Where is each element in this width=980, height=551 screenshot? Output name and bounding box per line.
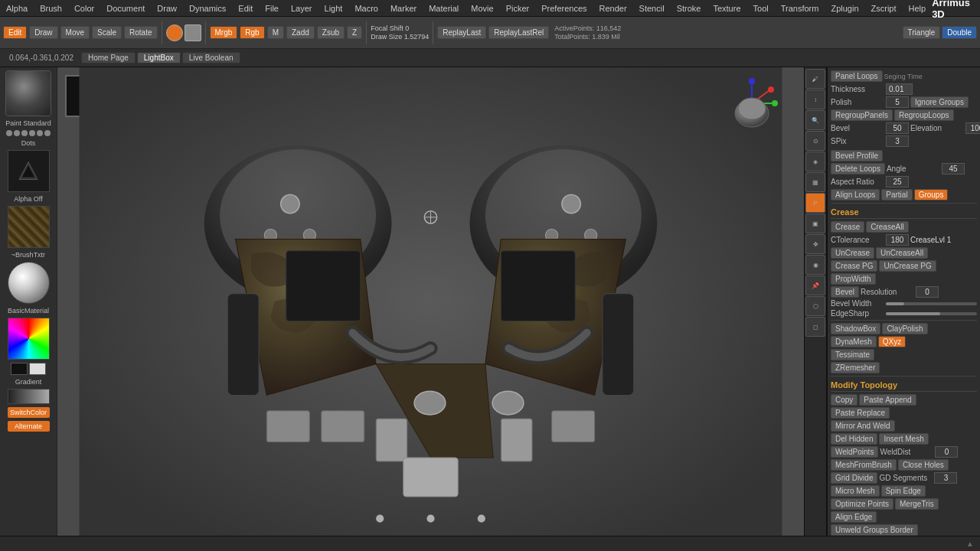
grid-divide-btn[interactable]: Grid Divide xyxy=(831,472,877,484)
shadowbox-btn[interactable]: ShadowBox xyxy=(831,323,880,334)
ctolerance-value[interactable]: 180 xyxy=(886,234,909,246)
icon-zoom[interactable]: 🔍 xyxy=(805,110,825,130)
menu-light[interactable]: Light xyxy=(318,2,349,15)
crease-btn[interactable]: Crease xyxy=(831,221,864,233)
nav-lightbox-btn[interactable]: LightBox xyxy=(137,52,181,64)
aspect-value[interactable]: 25 xyxy=(886,176,909,187)
uncrease-pg-btn[interactable]: UnCrease PG xyxy=(879,260,936,272)
menu-movie[interactable]: Movie xyxy=(465,2,499,15)
ignore-groups-btn[interactable]: Ignore Groups xyxy=(910,96,969,108)
icon-solidd[interactable]: ◉ xyxy=(805,255,825,275)
toolbar-zadd-btn[interactable]: Zadd xyxy=(286,26,315,39)
mirror-weld-btn[interactable]: Mirror And Weld xyxy=(831,420,895,432)
menu-edit[interactable]: Edit xyxy=(232,2,259,15)
close-holes-btn[interactable]: Close Holes xyxy=(898,459,949,471)
menu-zplugin[interactable]: Zplugin xyxy=(825,2,864,15)
toolbar-scale-btn[interactable]: Scale xyxy=(92,26,122,39)
toolbar-rotate-btn[interactable]: Rotate xyxy=(124,26,157,39)
bevel-profile-btn[interactable]: Bevel Profile xyxy=(831,150,883,161)
alternate-btn[interactable]: Alternate xyxy=(8,421,50,432)
switch-color-btn[interactable]: SwitchColor xyxy=(8,407,50,418)
toolbar-m-btn[interactable]: M xyxy=(267,26,284,39)
toolbar-triangle-btn[interactable]: Triangle xyxy=(903,26,941,39)
material-preview[interactable] xyxy=(8,262,50,304)
icon-aadjust[interactable]: ◈ xyxy=(805,152,825,171)
color-picker[interactable] xyxy=(8,318,50,360)
uncrease-all-btn[interactable]: UnCreaseAll xyxy=(876,247,928,259)
menu-draw[interactable]: Draw xyxy=(151,2,183,15)
menu-render[interactable]: Render xyxy=(593,2,633,15)
icon-scroll[interactable]: ↕ xyxy=(805,90,825,109)
toolbar-rgb-btn[interactable]: Rgb xyxy=(240,26,264,39)
menu-brush[interactable]: Brush xyxy=(34,2,68,15)
prop-width-btn[interactable]: PropWidth xyxy=(831,273,876,285)
menu-layer[interactable]: Layer xyxy=(285,2,318,15)
tessimate-btn[interactable]: Tessimate xyxy=(831,349,874,360)
menu-help[interactable]: Help xyxy=(903,2,933,15)
dots-preview[interactable] xyxy=(6,130,51,136)
viewport-gizmo[interactable] xyxy=(724,75,781,132)
thickness-input[interactable] xyxy=(886,83,913,95)
toolbar-brush-icon[interactable] xyxy=(166,24,183,41)
swatch-dark[interactable] xyxy=(11,363,28,375)
nav-live-boolean-btn[interactable]: Live Boolean xyxy=(182,52,240,64)
unweld-groups-border-btn[interactable]: Unweld Groups Border xyxy=(831,524,918,536)
toolbar-select-icon[interactable] xyxy=(185,24,201,41)
icon-persp[interactable]: P xyxy=(805,193,825,213)
edge-sharp-slider[interactable] xyxy=(886,312,977,315)
toolbar-double-btn[interactable]: Double xyxy=(942,26,977,39)
micro-mesh-btn[interactable]: Micro Mesh xyxy=(831,485,880,497)
regroup-loops-btn[interactable]: RegroupLoops xyxy=(894,109,954,121)
menu-texture[interactable]: Texture xyxy=(707,2,746,15)
weld-points-btn[interactable]: WeldPoints xyxy=(831,446,878,458)
toolbar-replay-rel-btn[interactable]: ReplayLastRel xyxy=(488,26,549,39)
clay-polish-btn[interactable]: ClayPolish xyxy=(882,323,927,334)
optimize-points-btn[interactable]: Optimize Points xyxy=(831,498,893,510)
mesh-from-brush-btn[interactable]: MeshFromBrush xyxy=(831,459,897,471)
bevel-width-slider[interactable] xyxy=(886,302,977,305)
toolbar-mrgb-btn[interactable]: Mrgb xyxy=(210,26,238,39)
groups-btn[interactable]: Groups xyxy=(914,189,949,201)
paste-replace-btn[interactable]: Paste Replace xyxy=(831,407,890,419)
angle-value[interactable]: 45 xyxy=(942,163,965,174)
merge-tris-btn[interactable]: MergeTris xyxy=(895,498,939,510)
spix-value[interactable]: 3 xyxy=(886,135,909,147)
menu-marker[interactable]: Marker xyxy=(384,2,423,15)
menu-stencil[interactable]: Stencil xyxy=(633,2,671,15)
menu-picker[interactable]: Picker xyxy=(500,2,536,15)
menu-stroke[interactable]: Stroke xyxy=(671,2,707,15)
menu-material[interactable]: Material xyxy=(423,2,465,15)
icon-frame[interactable]: ▣ xyxy=(805,214,825,233)
toolbar-move-btn[interactable]: Move xyxy=(60,26,90,39)
panel-loops-btn[interactable]: Panel Loops xyxy=(831,70,883,82)
dynamesh-btn[interactable]: DynaMesh xyxy=(831,336,877,347)
swatch-light[interactable] xyxy=(29,363,46,375)
menu-macro[interactable]: Macro xyxy=(348,2,384,15)
gradient-preview[interactable] xyxy=(8,389,50,404)
menu-tool[interactable]: Tool xyxy=(747,2,775,15)
menu-document[interactable]: Document xyxy=(100,2,151,15)
gd-segments-value[interactable]: 3 xyxy=(934,472,957,484)
align-edge-btn[interactable]: Align Edge xyxy=(831,511,877,523)
toolbar-z-btn[interactable]: Z xyxy=(347,26,362,39)
menu-alpha[interactable]: Alpha xyxy=(0,2,34,15)
align-loops-btn[interactable]: Align Loops xyxy=(831,189,880,201)
spin-edge-btn[interactable]: Spin Edge xyxy=(881,485,926,497)
menu-zscript[interactable]: Zscript xyxy=(865,2,903,15)
bevel-value[interactable]: 50 xyxy=(886,122,909,134)
alpha-preview[interactable] xyxy=(8,150,50,192)
del-hidden-btn[interactable]: Del Hidden xyxy=(831,433,877,445)
regroup-panels-btn[interactable]: RegroupPanels xyxy=(831,109,893,121)
insert-mesh-btn[interactable]: Insert Mesh xyxy=(879,433,928,445)
icon-linepin[interactable]: 📌 xyxy=(805,276,825,295)
partial-btn[interactable]: Partial xyxy=(881,189,912,201)
brush-preview[interactable] xyxy=(5,70,51,116)
icon-floor[interactable]: ▦ xyxy=(805,172,825,192)
toolbar-zsub-btn[interactable]: Zsub xyxy=(317,26,345,39)
xyz-btn[interactable]: QXyz xyxy=(878,336,906,347)
bevel2-btn[interactable]: Bevel xyxy=(831,286,859,298)
polish-value[interactable]: 5 xyxy=(886,96,909,108)
paste-append-btn[interactable]: Paste Append xyxy=(859,394,916,406)
weld-dist-value[interactable]: 0 xyxy=(935,446,958,458)
crease-pg-btn[interactable]: Crease PG xyxy=(831,260,877,272)
